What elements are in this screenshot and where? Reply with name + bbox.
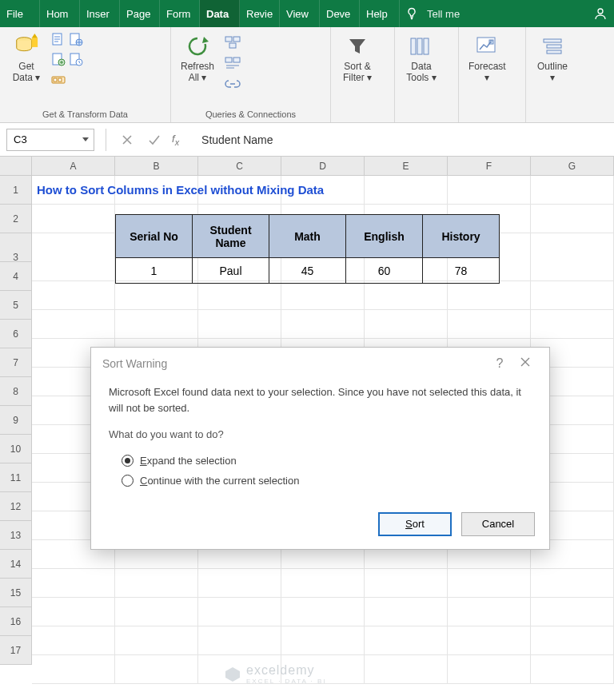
th-history[interactable]: History — [423, 215, 500, 258]
row-header-13[interactable]: 13 — [0, 521, 31, 550]
name-box-value: C3 — [14, 133, 27, 145]
row-header-2[interactable]: 2 — [0, 205, 31, 233]
svg-rect-27 — [544, 39, 561, 42]
col-header-A[interactable]: A — [32, 157, 115, 175]
recent-sources-button[interactable] — [69, 52, 83, 69]
get-data-button[interactable]: Get Data ▾ — [5, 32, 48, 85]
row-header-16[interactable]: 16 — [0, 607, 31, 636]
radio-continue-current[interactable]: Continue with the current selection — [109, 471, 532, 491]
row-header-5[interactable]: 5 — [0, 291, 31, 320]
enter-edit-icon[interactable] — [145, 130, 164, 149]
th-serial[interactable]: Serial No — [116, 215, 193, 258]
row-header-10[interactable]: 10 — [0, 435, 31, 463]
tab-insert[interactable]: Inser — [80, 0, 120, 27]
name-box[interactable]: C3 — [6, 129, 94, 151]
cell-serial[interactable]: 1 — [116, 258, 193, 284]
tab-view[interactable]: View — [280, 0, 320, 27]
dialog-question: What do you want to do? — [109, 427, 532, 443]
col-header-C[interactable]: C — [198, 157, 281, 175]
svg-rect-17 — [229, 43, 236, 48]
svg-rect-12 — [54, 78, 57, 82]
properties-button[interactable] — [224, 54, 241, 72]
svg-rect-19 — [233, 58, 240, 62]
row-header-9[interactable]: 9 — [0, 406, 31, 435]
select-all-corner[interactable] — [0, 157, 32, 176]
th-math[interactable]: Math — [269, 215, 346, 258]
cell-name[interactable]: Paul — [193, 258, 269, 284]
sort-filter-button[interactable]: Sort & Filter ▾ — [336, 32, 379, 85]
ribbon-group-get-transform-label: Get & Transform Data — [0, 108, 170, 122]
from-web-button[interactable] — [69, 32, 83, 49]
dialog-close-button[interactable] — [512, 356, 538, 371]
name-box-caret-icon — [82, 137, 89, 141]
tab-review[interactable]: Revie — [240, 0, 280, 27]
dialog-cancel-button[interactable]: Cancel — [461, 512, 535, 536]
forecast-button[interactable]: ? Forecast ▾ — [464, 32, 511, 85]
table-row[interactable]: 1 Paul 45 60 78 — [116, 258, 500, 284]
row-header-15[interactable]: 15 — [0, 579, 31, 607]
queries-connections-button[interactable] — [224, 34, 241, 51]
row-header-11[interactable]: 11 — [0, 463, 31, 492]
get-data-icon — [14, 34, 39, 59]
row-header-14[interactable]: 14 — [0, 550, 31, 579]
tab-data[interactable]: Data — [200, 0, 240, 27]
fx-icon[interactable]: fx — [172, 133, 179, 147]
watermark-icon — [224, 666, 241, 683]
svg-marker-3 — [32, 38, 38, 47]
dialog-help-button[interactable]: ? — [487, 356, 512, 371]
row-header-12[interactable]: 12 — [0, 492, 31, 521]
col-header-G[interactable]: G — [531, 157, 614, 175]
refresh-all-button[interactable]: Refresh All ▾ — [176, 32, 219, 85]
tab-formulas[interactable]: Form — [160, 0, 200, 27]
forecast-label: Forecast ▾ — [468, 61, 506, 83]
row-header-1[interactable]: 1 — [0, 176, 31, 205]
from-text-csv-button[interactable] — [51, 32, 66, 49]
row-header-6[interactable]: 6 — [0, 320, 31, 348]
row-header-3[interactable]: 3 — [0, 233, 31, 262]
tab-developer[interactable]: Deve — [320, 0, 360, 27]
refresh-all-label: Refresh All ▾ — [181, 61, 214, 83]
column-headers: A B C D E F G — [32, 157, 614, 176]
share-icon[interactable] — [587, 0, 614, 27]
col-header-E[interactable]: E — [365, 157, 448, 175]
dialog-sort-button[interactable]: Sort — [378, 512, 452, 536]
tab-file[interactable]: File — [0, 0, 40, 27]
watermark: exceldemy EXCEL · DATA · BI — [224, 663, 327, 685]
tell-me-search[interactable]: Tell me — [424, 0, 587, 27]
th-english[interactable]: English — [346, 215, 423, 258]
from-table-range-button[interactable] — [51, 52, 66, 69]
row-header-17[interactable]: 17 — [0, 636, 31, 665]
data-tools-button[interactable]: Data Tools ▾ — [400, 32, 443, 85]
cell-math[interactable]: 45 — [269, 258, 346, 284]
divider — [106, 129, 106, 151]
cell-history[interactable]: 78 — [423, 258, 500, 284]
edit-links-button[interactable] — [224, 75, 241, 93]
sheet-title-cell[interactable]: How to Sort Columns in Excel without Mix… — [32, 176, 115, 204]
tab-page-layout[interactable]: Page — [120, 0, 160, 27]
sort-warning-dialog: Sort Warning ? Microsoft Excel found dat… — [90, 347, 550, 550]
existing-connections-button[interactable] — [51, 72, 66, 89]
col-header-D[interactable]: D — [281, 157, 365, 175]
radio-icon — [122, 475, 134, 487]
data-tools-icon — [409, 34, 434, 59]
col-header-B[interactable]: B — [115, 157, 198, 175]
formula-input[interactable]: Student Name — [187, 133, 608, 146]
dialog-title-text: Sort Warning — [102, 357, 167, 370]
row-header-8[interactable]: 8 — [0, 377, 31, 406]
cancel-edit-icon[interactable] — [118, 130, 137, 149]
radio-continue-label: Continue with the current selection — [140, 473, 299, 489]
row-header-7[interactable]: 7 — [0, 348, 31, 377]
th-student[interactable]: Student Name — [193, 215, 269, 258]
svg-marker-30 — [225, 667, 240, 682]
cell-english[interactable]: 60 — [346, 258, 423, 284]
tab-help[interactable]: Help — [360, 0, 400, 27]
dialog-message: Microsoft Excel found data next to your … — [109, 384, 532, 416]
outline-icon — [540, 34, 565, 59]
svg-rect-16 — [233, 37, 240, 42]
row-header-4[interactable]: 4 — [0, 262, 31, 291]
radio-expand-selection[interactable]: Expand the selection — [109, 451, 532, 471]
outline-button[interactable]: Outline ▾ — [531, 32, 574, 85]
col-header-F[interactable]: F — [448, 157, 531, 175]
tab-home[interactable]: Hom — [40, 0, 80, 27]
svg-rect-22 — [417, 38, 422, 54]
